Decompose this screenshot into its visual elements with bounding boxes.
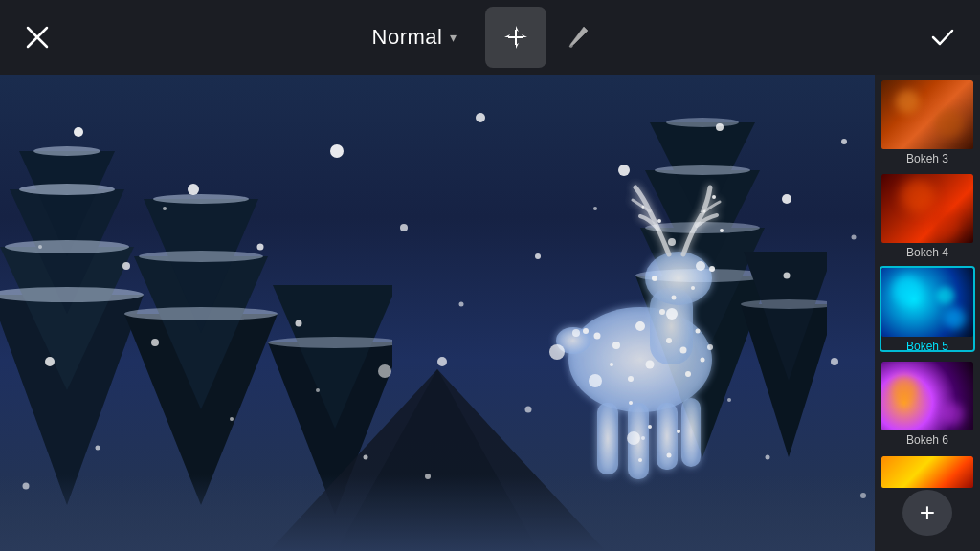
blend-mode-label: Normal <box>372 25 451 50</box>
move-tool-button[interactable] <box>485 7 546 68</box>
svg-point-21 <box>153 194 249 204</box>
filter-bokeh5[interactable]: Bokeh 5 <box>880 266 975 352</box>
move-icon <box>501 22 531 53</box>
svg-point-66 <box>583 328 589 334</box>
svg-point-53 <box>659 309 665 315</box>
svg-point-15 <box>33 146 100 156</box>
svg-rect-44 <box>657 403 678 470</box>
svg-point-68 <box>629 401 633 405</box>
add-filter-button[interactable]: + <box>902 490 952 536</box>
check-icon[interactable] <box>927 22 958 53</box>
dropdown-arrow-icon[interactable]: ▾ <box>450 30 485 45</box>
svg-point-49 <box>646 361 655 369</box>
close-icon[interactable] <box>22 22 53 53</box>
svg-point-67 <box>701 358 705 363</box>
filter-bokeh3-label: Bokeh 3 <box>881 149 973 165</box>
svg-point-57 <box>672 296 677 300</box>
svg-point-64 <box>648 425 652 429</box>
svg-point-19 <box>124 307 278 320</box>
filter-bokeh7-thumbnail <box>881 456 973 490</box>
right-panel: Bokeh 3 Bokeh 4 Bokeh 5 Bokeh 6 + <box>875 75 980 551</box>
filter-bokeh6[interactable]: Bokeh 6 <box>880 360 975 446</box>
svg-point-63 <box>667 453 672 458</box>
toolbar-center: Normal ▾ <box>75 7 905 68</box>
filter-bokeh5-label: Bokeh 5 <box>881 337 973 352</box>
filter-bokeh4-thumbnail <box>881 174 973 243</box>
filter-bokeh3-thumbnail <box>881 80 973 149</box>
filter-bokeh3[interactable]: Bokeh 3 <box>880 78 975 165</box>
svg-point-55 <box>685 371 691 377</box>
plus-icon: + <box>920 499 935 526</box>
close-button-area[interactable] <box>0 22 75 53</box>
svg-point-14 <box>19 184 115 195</box>
svg-point-69 <box>657 219 661 223</box>
svg-rect-43 <box>628 403 649 479</box>
svg-point-32 <box>666 118 739 127</box>
svg-point-62 <box>638 458 642 462</box>
filter-bokeh6-thumbnail <box>881 362 973 430</box>
svg-point-20 <box>139 251 263 262</box>
canvas-area <box>0 75 875 551</box>
svg-point-51 <box>680 347 687 354</box>
svg-point-60 <box>709 266 715 272</box>
svg-point-65 <box>677 430 680 433</box>
svg-rect-42 <box>597 403 618 474</box>
svg-point-72 <box>712 195 716 199</box>
filter-bokeh5-thumbnail <box>881 268 973 337</box>
svg-point-47 <box>635 321 645 331</box>
brush-icon <box>563 23 591 52</box>
svg-point-58 <box>652 276 657 281</box>
svg-point-13 <box>5 240 129 253</box>
filter-bokeh4[interactable]: Bokeh 4 <box>880 172 975 258</box>
svg-point-61 <box>720 229 724 232</box>
confirm-button-area[interactable] <box>905 22 980 53</box>
toolbar: Normal ▾ <box>0 0 980 75</box>
filter-bokeh4-label: Bokeh 4 <box>881 243 973 258</box>
svg-point-71 <box>703 210 706 213</box>
filter-bokeh6-label: Bokeh 6 <box>881 430 973 446</box>
deer-silhouette <box>501 173 779 498</box>
svg-point-48 <box>666 338 672 343</box>
svg-point-54 <box>610 363 613 366</box>
svg-point-50 <box>628 376 634 382</box>
svg-point-56 <box>594 333 601 340</box>
svg-point-59 <box>691 286 695 290</box>
svg-rect-45 <box>681 398 701 467</box>
filter-bokeh7[interactable] <box>880 454 975 490</box>
svg-point-70 <box>642 206 645 209</box>
brush-tool-button[interactable] <box>546 7 608 68</box>
svg-point-52 <box>696 329 701 334</box>
photo-canvas[interactable] <box>0 75 875 551</box>
svg-point-46 <box>612 342 620 349</box>
